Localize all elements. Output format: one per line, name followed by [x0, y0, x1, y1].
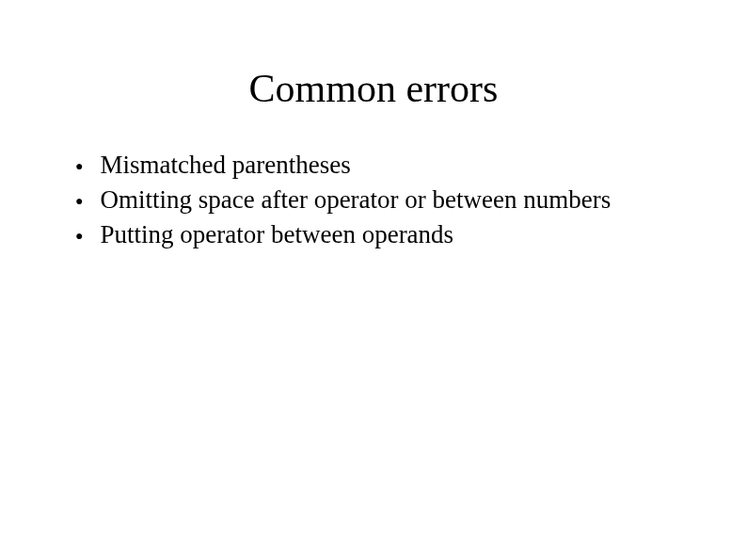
bullet-text: Putting operator between operands: [100, 218, 700, 251]
bullet-icon: ●: [75, 228, 83, 245]
list-item: ● Omitting space after operator or betwe…: [75, 184, 700, 216]
list-item: ● Putting operator between operands: [75, 218, 700, 251]
bullet-text: Omitting space after operator or between…: [100, 184, 700, 216]
slide-title: Common errors: [47, 66, 700, 111]
bullet-text: Mismatched parentheses: [100, 149, 700, 182]
bullet-icon: ●: [75, 158, 83, 175]
list-item: ● Mismatched parentheses: [75, 149, 700, 182]
bullet-list: ● Mismatched parentheses ● Omitting spac…: [47, 149, 700, 251]
bullet-icon: ●: [75, 193, 83, 210]
slide-container: Common errors ● Mismatched parentheses ●…: [0, 0, 747, 560]
